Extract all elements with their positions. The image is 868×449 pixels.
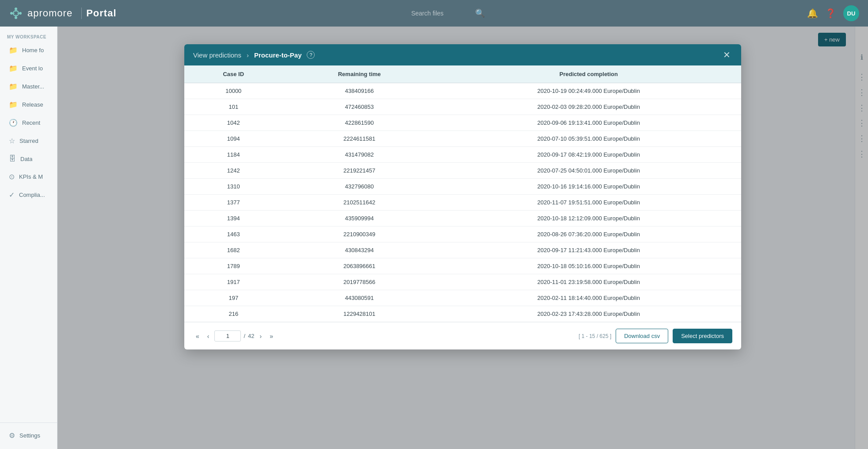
table-row: 21612294281012020-02-23 17:43:28.000 Eur…: [184, 306, 741, 322]
pagination-next-button[interactable]: ›: [257, 331, 265, 342]
modal-breadcrumb: View predictions: [193, 51, 241, 59]
table-row: 11844314790822020-09-17 08:42:19.000 Eur…: [184, 147, 741, 163]
cell-remaining_time: 432796080: [283, 179, 436, 195]
sidebar-item-compliance[interactable]: ✓ Complia...: [2, 186, 55, 203]
pagination-last-button[interactable]: »: [267, 331, 276, 342]
sidebar-item-masterdata[interactable]: 📁 Master...: [2, 78, 55, 95]
cell-predicted_completion: 2020-02-03 09:28:20.000 Europe/Dublin: [436, 99, 741, 115]
footer-actions: [ 1 - 15 / 625 ] Download csv Select pre…: [579, 329, 732, 343]
sidebar: MY WORKSPACE 📁 Home fo 📁 Event lo 📁 Mast…: [0, 27, 57, 449]
notification-icon[interactable]: 🔔: [807, 8, 818, 19]
header-actions: 🔔 ❓ DU: [807, 5, 859, 21]
app-title: Portal: [81, 8, 116, 19]
sidebar-label-compliance: Complia...: [19, 192, 45, 198]
sidebar-item-data[interactable]: 🗄 Data: [2, 150, 55, 167]
pagination-first-button[interactable]: «: [193, 331, 202, 342]
table-row: 13944359099942020-10-18 12:12:09.000 Eur…: [184, 211, 741, 226]
cell-case_id: 1184: [184, 147, 283, 163]
sidebar-label-recent: Recent: [22, 119, 40, 126]
cell-predicted_completion: 2020-10-18 05:10:16.000 Europe/Dublin: [436, 258, 741, 274]
cell-case_id: 216: [184, 306, 283, 322]
folder-icon: 📁: [9, 82, 18, 91]
select-predictors-button[interactable]: Select predictors: [673, 329, 732, 343]
search-icon[interactable]: 🔍: [475, 8, 485, 18]
cell-predicted_completion: 2020-08-26 07:36:20.000 Europe/Dublin: [436, 226, 741, 242]
table-row: 137721025116422020-11-07 19:51:51.000 Eu…: [184, 195, 741, 211]
pagination-prev-button[interactable]: ‹: [205, 331, 212, 342]
clock-icon: 🕐: [9, 119, 18, 127]
cell-case_id: 1789: [184, 258, 283, 274]
pagination-total-pages: 42: [248, 333, 254, 339]
modal-title-current: Procure-to-Pay: [254, 51, 302, 59]
cell-case_id: 1310: [184, 179, 283, 195]
cell-case_id: 10000: [184, 83, 283, 99]
table-row: 178920638966612020-10-18 05:10:16.000 Eu…: [184, 258, 741, 274]
cell-case_id: 1094: [184, 131, 283, 147]
cell-predicted_completion: 2020-09-17 11:21:43.000 Europe/Dublin: [436, 242, 741, 258]
modal-header: View predictions › Procure-to-Pay ? ✕: [184, 44, 741, 65]
download-csv-button[interactable]: Download csv: [616, 329, 668, 343]
predictions-modal: View predictions › Procure-to-Pay ? ✕ Ca…: [184, 44, 741, 349]
cell-predicted_completion: 2020-02-23 17:43:28.000 Europe/Dublin: [436, 306, 741, 322]
table-row: 146322109003492020-08-26 07:36:20.000 Eu…: [184, 226, 741, 242]
pagination-page-input[interactable]: [214, 330, 241, 342]
sidebar-label-data: Data: [20, 156, 32, 162]
cell-case_id: 1394: [184, 211, 283, 226]
cell-case_id: 1682: [184, 242, 283, 258]
sidebar-item-home[interactable]: 📁 Home fo: [2, 42, 55, 59]
cell-case_id: 1042: [184, 115, 283, 131]
modal-footer: « ‹ / 42 › » [ 1 - 15 / 625 ] Download c…: [184, 322, 741, 349]
cell-predicted_completion: 2020-10-16 19:14:16.000 Europe/Dublin: [436, 179, 741, 195]
cell-remaining_time: 2019778566: [283, 274, 436, 290]
table-body: 100004384091662020-10-19 00:24:49.000 Eu…: [184, 83, 741, 322]
modal-help-icon[interactable]: ?: [307, 51, 315, 59]
sidebar-item-recent[interactable]: 🕐 Recent: [2, 114, 55, 131]
table-row: 124222192214572020-07-25 04:50:01.000 Eu…: [184, 163, 741, 179]
cell-predicted_completion: 2020-09-17 08:42:19.000 Europe/Dublin: [436, 147, 741, 163]
cell-remaining_time: 472460853: [283, 99, 436, 115]
modal-overlay: View predictions › Procure-to-Pay ? ✕ Ca…: [57, 27, 868, 449]
logo-text: apromore: [27, 8, 72, 19]
modal-title: View predictions › Procure-to-Pay ?: [193, 51, 315, 59]
help-icon[interactable]: ❓: [825, 8, 836, 19]
star-icon: ☆: [9, 137, 15, 145]
cell-predicted_completion: 2020-10-18 12:12:09.000 Europe/Dublin: [436, 211, 741, 226]
cell-remaining_time: 430843294: [283, 242, 436, 258]
sidebar-item-settings[interactable]: ⚙ Settings: [2, 427, 55, 444]
cell-remaining_time: 422861590: [283, 115, 436, 131]
table-row: 1974430805912020-02-11 18:14:40.000 Euro…: [184, 290, 741, 306]
avatar[interactable]: DU: [843, 5, 859, 21]
cell-predicted_completion: 2020-07-25 04:50:01.000 Europe/Dublin: [436, 163, 741, 179]
cell-remaining_time: 2219221457: [283, 163, 436, 179]
search-bar: 🔍: [383, 8, 485, 18]
header: apromore Portal 🔍 🔔 ❓ DU: [0, 0, 868, 27]
table-row: 13104327960802020-10-16 19:14:16.000 Eur…: [184, 179, 741, 195]
pagination-range-label: [ 1 - 15 / 625 ]: [579, 333, 611, 339]
search-input[interactable]: [383, 10, 472, 17]
sidebar-item-eventlog[interactable]: 📁 Event lo: [2, 60, 55, 77]
sidebar-item-kpis[interactable]: ⊙ KPIs & M: [2, 168, 55, 185]
col-header-predicted-completion: Predicted completion: [436, 65, 741, 83]
predictions-table: Case ID Remaining time Predicted complet…: [184, 65, 741, 322]
table-row: 16824308432942020-09-17 11:21:43.000 Eur…: [184, 242, 741, 258]
cell-remaining_time: 2224611581: [283, 131, 436, 147]
pagination-separator: /: [244, 333, 245, 339]
table-header-row: Case ID Remaining time Predicted complet…: [184, 65, 741, 83]
database-icon: 🗄: [9, 155, 16, 163]
sidebar-item-starred[interactable]: ☆ Starred: [2, 132, 55, 150]
folder-icon: 📁: [9, 46, 18, 54]
logo-icon: [9, 6, 23, 20]
modal-close-button[interactable]: ✕: [721, 50, 732, 59]
sidebar-item-release[interactable]: 📁 Release: [2, 96, 55, 113]
table-row: 191720197785662020-11-01 23:19:58.000 Eu…: [184, 274, 741, 290]
col-header-case-id: Case ID: [184, 65, 283, 83]
cell-remaining_time: 2063896661: [283, 258, 436, 274]
svg-point-1: [15, 8, 17, 10]
kpi-icon: ⊙: [9, 173, 15, 181]
sidebar-label-release: Release: [22, 101, 43, 108]
svg-point-4: [19, 12, 22, 15]
table-row: 1014724608532020-02-03 09:28:20.000 Euro…: [184, 99, 741, 115]
sidebar-bottom: ⚙ Settings: [0, 422, 57, 445]
folder-icon: 📁: [9, 100, 18, 109]
cell-case_id: 1463: [184, 226, 283, 242]
